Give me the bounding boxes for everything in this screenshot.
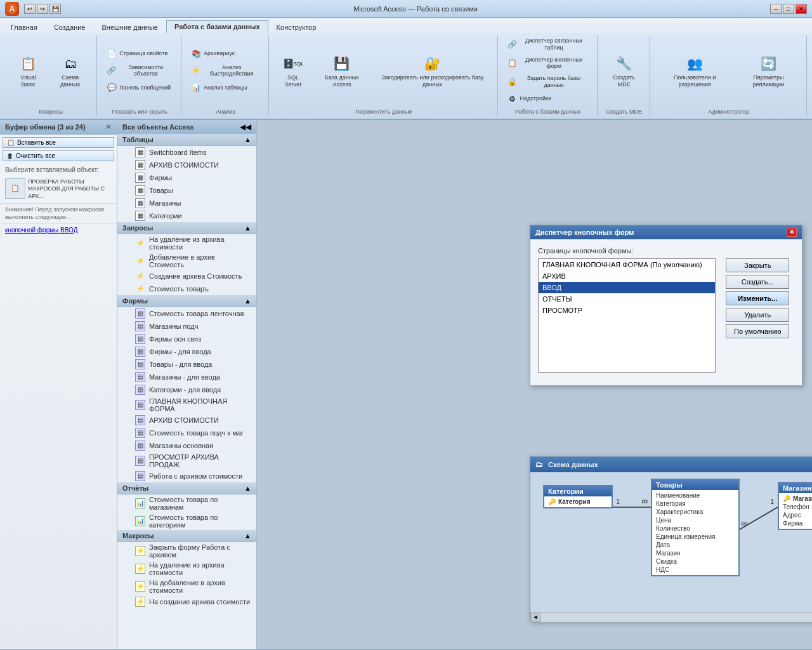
switchboard-dialog-close[interactable]: ✕ [787, 228, 797, 237]
btn-password[interactable]: 🔒 Задать пароль базы данных [504, 73, 592, 91]
minimize-btn[interactable]: ─ [770, 4, 782, 14]
schema-goods-row-1: Категория [652, 500, 738, 508]
save-btn[interactable]: 💾 [49, 4, 61, 14]
nav-item-f12-label: ПРОСМОТР АРХИВА ПРОДАЖ [149, 453, 251, 468]
sb-listbox[interactable]: ГЛАВНАЯ КНОПОЧНАЯ ФОРМА (По умолчанию) А… [538, 258, 716, 373]
nav-item-goods[interactable]: ▦ Товары [117, 184, 256, 197]
btn-replication[interactable]: 🔄 Параметры репликации [736, 51, 801, 91]
encrypt-icon: 🔐 [422, 53, 443, 74]
nav-item-f4[interactable]: ▤ Фирмы - для ввода [117, 345, 256, 358]
maximize-btn[interactable]: □ [783, 4, 794, 14]
nav-item-q4[interactable]: ⚡ Стоимость товаръ [117, 282, 256, 295]
sb-item-2[interactable]: ВВОД [539, 282, 715, 293]
btn-users[interactable]: 👥 Пользователи и разрешения [657, 51, 733, 91]
nav-item-r1[interactable]: 📊 Стоимость товара по магазинам [117, 494, 256, 512]
redo-btn[interactable]: ↪ [37, 4, 48, 14]
nav-item-m2[interactable]: ⚡ На удаление из архива стоимости [117, 560, 256, 578]
paste-all-btn[interactable]: 📋 Вставить все [3, 137, 114, 148]
schema-hscrollbar[interactable]: ◄ ► [530, 612, 812, 622]
nav-item-categories[interactable]: ▦ Категории [117, 209, 256, 222]
nav-item-shops[interactable]: ▦ Магазины [117, 197, 256, 209]
sb-delete-btn[interactable]: Удалить [726, 308, 789, 322]
nav-item-f10[interactable]: ▤ Стоимость товара подч к маг [117, 427, 256, 439]
btn-dependencies[interactable]: 🔗 Зависимости объектов [103, 62, 176, 80]
btn-sql[interactable]: 🗄️SQL SQL Server [275, 51, 311, 91]
clipboard-close-btn[interactable]: ✕ [105, 123, 112, 131]
reports-section-header[interactable]: Отчёты ▲ [117, 482, 256, 494]
forms-section-header[interactable]: Формы ▲ [117, 295, 256, 307]
schema-shops-row-2: Адрес [779, 511, 812, 519]
btn-table-analyze[interactable]: 📊 Анализ таблицы [188, 81, 263, 95]
table-analyze-icon: 📊 [191, 83, 201, 93]
tab-create[interactable]: Создание [46, 21, 94, 33]
undo-btn[interactable]: ↩ [24, 4, 36, 14]
btn-mde[interactable]: 🔧 Создать MDE [604, 51, 645, 91]
sb-item-3[interactable]: ОТЧЕТЫ [539, 293, 715, 305]
dependencies-icon: 🔗 [107, 65, 116, 76]
nav-item-f3[interactable]: ▤ Фирмы осн связ [117, 333, 256, 345]
nav-item-f9[interactable]: ▤ АРХИВ СТОИМОСТИ [117, 414, 256, 427]
nav-item-f8[interactable]: ▤ ГЛАВНАЯ КНОПОЧНАЯ ФОРМА [117, 396, 256, 414]
tables-section-header[interactable]: Таблицы ▲ [117, 134, 256, 146]
nav-item-m1[interactable]: ⚡ Закрыть форму Работа с архивом [117, 542, 256, 560]
btn-perf[interactable]: ⚡ Анализ быстродействия [188, 62, 263, 80]
tab-home[interactable]: Главная [3, 21, 46, 33]
table-icon: ▦ [135, 147, 145, 157]
btn-switchboard-mgr[interactable]: 📋 Диспетчер кнопочных форм [504, 55, 592, 72]
tab-dbwork[interactable]: Работа с базами данных [166, 20, 268, 33]
btn-messages[interactable]: 💬 Панель сообщений [103, 81, 176, 95]
schema-dialog-titlebar: 🗂 Схема данных ─ □ ✕ [530, 457, 812, 472]
nav-item-switchboard[interactable]: ▦ Switchboard Items [117, 146, 256, 159]
tab-designer[interactable]: Конструктор [268, 21, 325, 33]
nav-item-f12[interactable]: ▤ ПРОСМОТР АРХИВА ПРОДАЖ [117, 452, 256, 470]
btn-archivist[interactable]: 📚 Архивариус [188, 47, 263, 61]
nav-item-q1[interactable]: ⚡ На удаление из архива стоимости [117, 234, 256, 252]
sb-item-1[interactable]: АРХИВ [539, 270, 715, 282]
btn-vba[interactable]: 📋 Visual Basic [10, 51, 46, 91]
messages-icon: 💬 [107, 83, 117, 93]
nav-item-q2[interactable]: ⚡ Добавление в архив Стоимость [117, 252, 256, 270]
nav-collapse-btn[interactable]: ◀◀ [240, 123, 251, 131]
nav-item-r2[interactable]: 📊 Стоимость товара по категориям [117, 512, 256, 530]
sb-close-btn[interactable]: Закрыть [726, 258, 789, 272]
btn-properties[interactable]: 📄 Страница свойств [103, 47, 176, 61]
sb-item-0[interactable]: ГЛАВНАЯ КНОПОЧНАЯ ФОРМА (По умолчанию) [539, 259, 715, 270]
nav-item-f7[interactable]: ▤ Категории - для ввода [117, 383, 256, 396]
nav-item-f2[interactable]: ▤ Магазины подч [117, 320, 256, 333]
tab-external[interactable]: Внешние данные [94, 21, 166, 33]
nav-item-m3[interactable]: ⚡ На добавление в архив стоимости [117, 578, 256, 595]
nav-item-firms[interactable]: ▦ Фирмы [117, 171, 256, 184]
btn-schema[interactable]: 🗂 Схема данных [49, 51, 91, 91]
nav-item-f1[interactable]: ▤ Стоимость товара ленточная [117, 307, 256, 320]
nav-item-f11[interactable]: ▤ Магазины основная [117, 439, 256, 452]
nav-item-f9-label: АРХИВ СТОИМОСТИ [149, 416, 219, 424]
schema-scroll-left-btn[interactable]: ◄ [530, 612, 540, 622]
schema-table-shops: Магазины 🔑 Магазин Телефон Адрес Фирма [778, 482, 812, 530]
btn-access-db[interactable]: 💾 База данных Access [313, 51, 370, 91]
nav-scroll[interactable]: Таблицы ▲ ▦ Switchboard Items ▦ АРХИВ СТ… [117, 134, 256, 649]
close-btn[interactable]: ✕ [796, 4, 807, 14]
table-icon: ▦ [135, 198, 145, 208]
nav-item-f6[interactable]: ▤ Магазины - для ввода [117, 371, 256, 383]
form-icon: ▤ [135, 400, 145, 410]
clear-all-btn[interactable]: 🗑 Очистить все [3, 150, 114, 161]
nav-item-m4[interactable]: ⚡ На создание архива стоимости [117, 595, 256, 608]
queries-section-header[interactable]: Запросы ▲ [117, 222, 256, 234]
btn-linked-tables[interactable]: 🔗 Диспетчер связанных таблиц [504, 36, 592, 53]
sb-edit-btn[interactable]: Изменить... [726, 291, 789, 305]
btn-encrypt[interactable]: 🔐 Закодировать или раскодировать базу да… [373, 51, 492, 91]
nav-item-archive-cost[interactable]: ▦ АРХИВ СТОИМОСТИ [117, 159, 256, 171]
sb-create-btn[interactable]: Создать... [726, 275, 789, 289]
macros-section-header[interactable]: Макросы ▲ [117, 530, 256, 542]
reports-section-title: Отчёты [122, 484, 148, 492]
nav-item-q3[interactable]: ⚡ Создание архива Стоимость [117, 270, 256, 282]
nav-item-f4-label: Фирмы - для ввода [149, 348, 211, 355]
nav-item-f5[interactable]: ▤ Товары - для ввода [117, 358, 256, 371]
svg-text:∞: ∞ [641, 496, 648, 506]
btn-addins[interactable]: ⚙ Надстройки [504, 92, 592, 106]
table-icon: ▦ [135, 160, 145, 170]
nav-item-f13[interactable]: ▤ Работа с архивом стоимости [117, 470, 256, 482]
sb-default-btn[interactable]: По умолчанию [726, 324, 789, 338]
sb-item-4[interactable]: ПРОСМОТР [539, 305, 715, 316]
clipboard-item-2[interactable]: кнопочной формы ВВОД [0, 224, 117, 236]
